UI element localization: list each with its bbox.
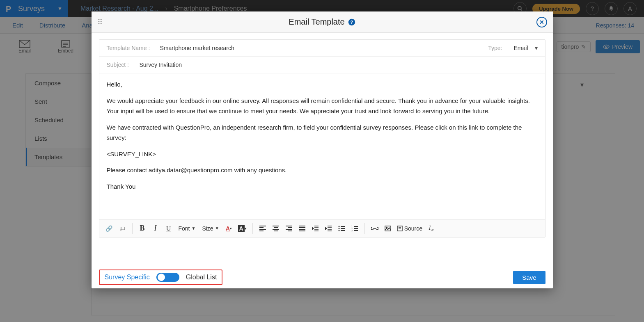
svg-rect-15 xyxy=(397,226,402,231)
body-line: Hello, xyxy=(107,79,538,90)
svg-text:3: 3 xyxy=(351,229,353,231)
insert-link-button[interactable]: 🔗 xyxy=(103,222,115,235)
type-label: Type: xyxy=(488,45,502,51)
email-body-editor[interactable]: Hello, We would appreciate your feedback… xyxy=(99,73,545,219)
subject-row: Subject : xyxy=(99,57,545,73)
text-color-button[interactable]: A▾ xyxy=(223,222,235,235)
indent-icon xyxy=(325,226,332,231)
modal-header: ⠿ Email Template ? ✕ xyxy=(92,11,553,33)
link-chain-icon: 🔗 xyxy=(105,225,112,232)
scope-toggle[interactable] xyxy=(156,273,179,282)
clear-format-icon: I✕ xyxy=(429,225,434,232)
bullet-list-button[interactable] xyxy=(336,222,347,235)
template-name-row: Template Name : Type: Email ▾ xyxy=(99,40,545,57)
svg-point-7 xyxy=(338,226,339,227)
template-name-input[interactable] xyxy=(160,45,484,51)
editor-toolbar: 🔗 🏷 B I U Font ▼ Size ▼ A▾ A▾ xyxy=(99,219,545,237)
font-label: Font xyxy=(179,225,190,232)
size-label: Size xyxy=(202,225,213,232)
close-icon: ✕ xyxy=(539,19,544,25)
text-color-icon: A xyxy=(226,225,230,232)
numbered-list-button[interactable]: 123 xyxy=(349,222,360,235)
align-right-button[interactable] xyxy=(283,222,295,235)
svg-point-8 xyxy=(338,228,339,229)
align-justify-icon xyxy=(299,226,305,231)
toggle-label-global-list: Global List xyxy=(186,274,217,281)
type-value[interactable]: Email xyxy=(513,45,528,51)
numbered-list-icon: 123 xyxy=(351,226,358,231)
subject-input[interactable] xyxy=(140,62,538,68)
outdent-button[interactable] xyxy=(309,222,321,235)
bg-color-button[interactable]: A▾ xyxy=(236,222,248,235)
align-justify-button[interactable] xyxy=(296,222,308,235)
align-center-icon xyxy=(273,226,279,231)
body-line: We would appreciate your feedback in our… xyxy=(107,96,538,116)
indent-button[interactable] xyxy=(323,222,334,235)
align-left-button[interactable] xyxy=(257,222,268,235)
body-line: We have contracted with QuestionPro, an … xyxy=(107,122,538,143)
save-button[interactable]: Save xyxy=(513,271,545,284)
insert-tag-button[interactable]: 🏷 xyxy=(117,222,128,235)
caret-down-icon: ▼ xyxy=(215,226,219,231)
modal-overlay: ⠿ Email Template ? ✕ Template Name : Typ… xyxy=(0,0,644,322)
close-button[interactable]: ✕ xyxy=(536,17,547,27)
hyperlink-button[interactable] xyxy=(369,222,380,235)
underline-button[interactable]: U xyxy=(163,222,174,235)
image-button[interactable] xyxy=(382,222,394,235)
outdent-icon xyxy=(312,226,319,231)
svg-point-9 xyxy=(338,230,339,231)
bg-color-icon: A xyxy=(238,225,245,232)
tag-icon: 🏷 xyxy=(119,225,125,232)
email-template-modal: ⠿ Email Template ? ✕ Template Name : Typ… xyxy=(92,11,553,288)
modal-footer: Survey Specific Global List Save xyxy=(92,266,553,288)
align-right-icon xyxy=(286,226,292,231)
subject-label: Subject : xyxy=(107,62,135,68)
svg-text:?: ? xyxy=(350,19,353,24)
source-icon xyxy=(397,226,403,231)
caret-down-icon: ▼ xyxy=(192,226,196,231)
italic-button[interactable]: I xyxy=(150,222,161,235)
source-label: Source xyxy=(404,225,422,232)
source-button[interactable]: Source xyxy=(395,222,424,235)
bullet-list-icon xyxy=(338,226,345,231)
bold-button[interactable]: B xyxy=(137,222,148,235)
help-icon[interactable]: ? xyxy=(348,18,355,26)
font-dropdown[interactable]: Font ▼ xyxy=(176,225,198,232)
body-line: Thank You xyxy=(107,181,538,192)
align-center-button[interactable] xyxy=(270,222,282,235)
drag-handle-icon[interactable]: ⠿ xyxy=(97,18,103,27)
scope-toggle-group: Survey Specific Global List xyxy=(99,269,223,285)
body-line: <SURVEY_LINK> xyxy=(107,149,538,160)
toggle-knob xyxy=(158,274,165,281)
body-line: Please contact aditya.datar@questionpro.… xyxy=(107,165,538,176)
clear-format-button[interactable]: I✕ xyxy=(426,222,437,235)
size-dropdown[interactable]: Size ▼ xyxy=(199,225,221,232)
template-name-label: Template Name : xyxy=(107,45,156,51)
caret-down-icon[interactable]: ▾ xyxy=(535,45,538,51)
image-icon xyxy=(385,226,391,231)
toggle-label-survey-specific: Survey Specific xyxy=(105,274,150,281)
modal-title: Email Template xyxy=(289,17,344,27)
link-icon xyxy=(371,226,378,231)
align-left-icon xyxy=(259,226,266,231)
